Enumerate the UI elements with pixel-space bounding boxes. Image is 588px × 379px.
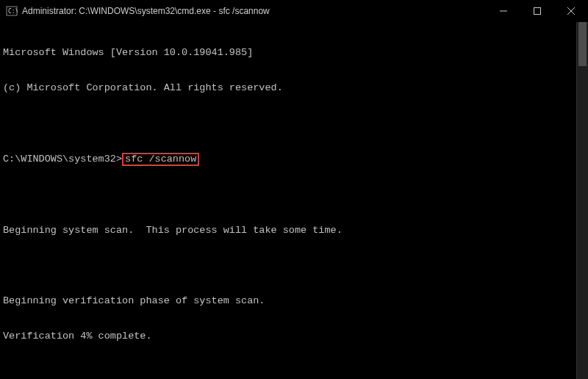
svg-text:C:\: C:\ [8, 8, 18, 15]
version-line: Microsoft Windows [Version 10.0.19041.98… [3, 47, 576, 59]
blank-line [3, 190, 576, 201]
prompt-path: C:\WINDOWS\system32> [3, 154, 122, 165]
prompt-line: C:\WINDOWS\system32>sfc /scannow [3, 153, 576, 166]
blank-line [3, 118, 576, 129]
titlebar: C:\ Administrator: C:\WINDOWS\system32\c… [0, 0, 588, 22]
window-controls [487, 0, 588, 22]
scrollbar[interactable] [576, 22, 588, 379]
copyright-line: (c) Microsoft Corporation. All rights re… [3, 82, 576, 94]
scrollbar-thumb[interactable] [578, 22, 587, 66]
command-highlight: sfc /scannow [122, 153, 199, 166]
svg-rect-3 [534, 8, 541, 15]
maximize-button[interactable] [520, 0, 554, 22]
close-button[interactable] [554, 0, 588, 22]
minimize-button[interactable] [487, 0, 520, 22]
blank-line [3, 260, 576, 272]
terminal-area: Microsoft Windows [Version 10.0.19041.98… [0, 22, 588, 379]
scan-begin-line: Beginning system scan. This process will… [3, 225, 576, 237]
terminal-content[interactable]: Microsoft Windows [Version 10.0.19041.98… [0, 22, 576, 379]
verify-begin-line: Beginning verification phase of system s… [3, 295, 576, 307]
command-text: sfc /scannow [125, 154, 196, 165]
verify-progress-line: Verification 4% complete. [3, 331, 576, 342]
cmd-icon: C:\ [6, 5, 18, 17]
